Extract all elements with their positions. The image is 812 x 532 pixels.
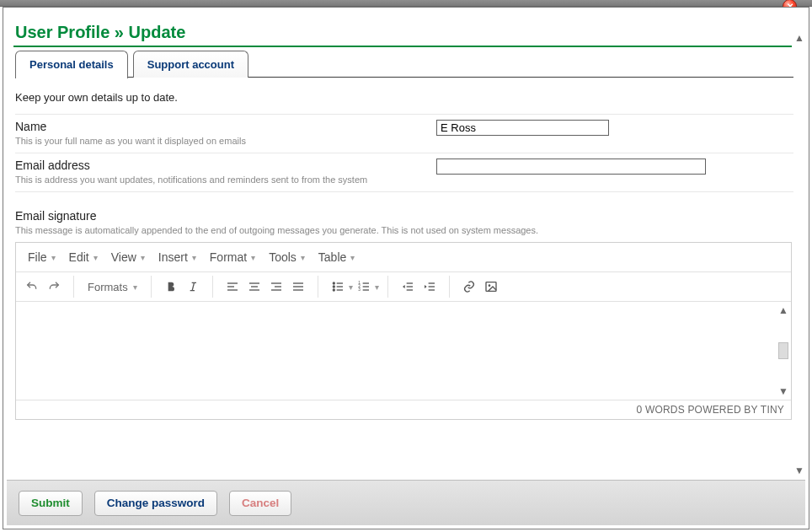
tab-personal-details[interactable]: Personal details xyxy=(15,51,128,78)
email-help: This is address you want updates, notifi… xyxy=(15,175,436,185)
page-title-sub: Update xyxy=(129,23,186,41)
editor-toolbar: Formats ▾ xyxy=(16,272,791,302)
align-right-icon[interactable] xyxy=(265,276,287,298)
name-input[interactable] xyxy=(436,120,609,136)
footer-bar: Submit Change password Cancel xyxy=(7,480,805,525)
page-title: User Profile » Update xyxy=(15,23,793,42)
intro-text: Keep your own details up to date. xyxy=(15,91,793,104)
menu-view[interactable]: View▾ xyxy=(104,248,152,266)
signature-label: Email signature xyxy=(15,209,793,223)
undo-icon[interactable] xyxy=(21,276,43,298)
image-icon[interactable] xyxy=(480,276,502,298)
page-title-separator: » xyxy=(115,23,124,41)
align-center-icon[interactable] xyxy=(243,276,265,298)
toolbar-separator xyxy=(318,276,318,298)
tab-label: Support account xyxy=(147,58,234,71)
menu-tools[interactable]: Tools▾ xyxy=(262,248,312,266)
toolbar-separator xyxy=(387,276,388,298)
menu-insert[interactable]: Insert▾ xyxy=(152,248,203,266)
editor-menubar: File▾ Edit▾ View▾ Insert▾ Format▾ Tools▾… xyxy=(16,243,791,272)
menu-edit[interactable]: Edit▾ xyxy=(62,248,104,266)
caret-down-icon: ▾ xyxy=(133,282,137,292)
page-scrollbar[interactable]: ▲ ▼ xyxy=(793,33,806,476)
scroll-up-icon[interactable]: ▲ xyxy=(778,305,788,315)
redo-icon[interactable] xyxy=(43,276,65,298)
window-frame: ▲ ▼ User Profile » Update Personal detai… xyxy=(3,7,809,529)
toolbar-separator xyxy=(449,276,450,298)
page-title-main: User Profile xyxy=(15,23,110,41)
link-icon[interactable] xyxy=(458,276,480,298)
submit-button[interactable]: Submit xyxy=(19,491,83,516)
email-input[interactable] xyxy=(436,159,706,175)
bold-icon[interactable] xyxy=(160,276,182,298)
field-row-email: Email address This is address you want u… xyxy=(15,153,793,192)
svg-point-33 xyxy=(488,284,490,287)
field-row-name: Name This is your full name as you want … xyxy=(15,114,793,153)
svg-point-12 xyxy=(333,282,334,284)
tab-label: Personal details xyxy=(29,58,114,71)
outdent-icon[interactable] xyxy=(397,276,419,298)
toolbar-separator xyxy=(151,276,152,298)
editor-scrollbar[interactable]: ▲ ▼ xyxy=(777,305,789,396)
caret-down-icon[interactable]: ▾ xyxy=(375,282,379,292)
bullet-list-icon[interactable] xyxy=(327,276,349,298)
email-label: Email address xyxy=(15,159,436,172)
scrollbar-thumb[interactable] xyxy=(778,342,788,359)
cancel-button[interactable]: Cancel xyxy=(229,491,291,516)
align-left-icon[interactable] xyxy=(222,276,243,298)
name-help: This is your full name as you want it di… xyxy=(15,136,436,146)
formats-dropdown[interactable]: Formats ▾ xyxy=(83,281,142,293)
caret-down-icon[interactable]: ▾ xyxy=(349,282,353,292)
signature-help: This message is automatically appended t… xyxy=(15,225,793,235)
caret-down-icon: ▾ xyxy=(251,253,255,262)
scroll-up-icon[interactable]: ▲ xyxy=(794,33,804,43)
window-titlebar xyxy=(0,0,812,7)
menu-file[interactable]: File▾ xyxy=(21,248,62,266)
tab-bar: Personal details Support account xyxy=(15,47,793,78)
scroll-down-icon[interactable]: ▼ xyxy=(778,386,788,396)
editor-statusbar: 0 WORDS POWERED BY TINY xyxy=(16,400,791,419)
menu-table[interactable]: Table▾ xyxy=(312,248,361,266)
indent-icon[interactable] xyxy=(419,276,441,298)
caret-down-icon: ▾ xyxy=(51,253,56,262)
signature-block: Email signature This message is automati… xyxy=(15,209,793,420)
caret-down-icon: ▾ xyxy=(350,253,355,262)
caret-down-icon: ▾ xyxy=(301,253,305,262)
toolbar-separator xyxy=(73,276,74,298)
toolbar-separator xyxy=(212,276,213,298)
svg-text:3: 3 xyxy=(358,287,361,292)
change-password-button[interactable]: Change password xyxy=(94,491,217,516)
menu-format[interactable]: Format▾ xyxy=(203,248,262,266)
caret-down-icon: ▾ xyxy=(93,253,98,262)
caret-down-icon: ▾ xyxy=(192,253,196,262)
svg-marker-27 xyxy=(403,285,405,288)
svg-point-13 xyxy=(333,286,334,287)
caret-down-icon: ▾ xyxy=(141,253,145,262)
svg-marker-31 xyxy=(425,285,427,288)
scroll-down-icon[interactable]: ▼ xyxy=(794,465,804,476)
tab-baseline xyxy=(15,77,793,78)
editor-status-text: 0 WORDS POWERED BY TINY xyxy=(636,404,784,416)
italic-icon[interactable] xyxy=(182,276,204,298)
page-content: User Profile » Update Personal details S… xyxy=(3,8,793,478)
rich-text-editor: File▾ Edit▾ View▾ Insert▾ Format▾ Tools▾… xyxy=(15,242,792,420)
align-justify-icon[interactable] xyxy=(287,276,309,298)
name-label: Name xyxy=(15,120,436,133)
editor-textarea[interactable]: ▲ ▼ xyxy=(16,302,791,400)
tab-support-account[interactable]: Support account xyxy=(133,51,248,78)
svg-point-14 xyxy=(333,289,334,291)
svg-rect-32 xyxy=(486,282,496,292)
numbered-list-icon[interactable]: 123 xyxy=(353,276,375,298)
